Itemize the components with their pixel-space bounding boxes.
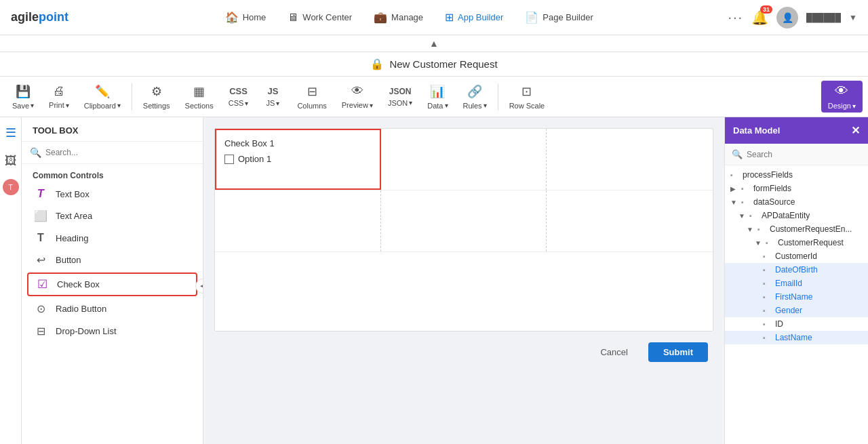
search-icon: 🔍 — [30, 147, 41, 158]
expand-icon[interactable]: ▼ — [755, 239, 763, 247]
dm-item-CustomerRequestEn[interactable]: ▼ ▪ CustomerRequestEn... — [725, 222, 868, 236]
toolbar-sections[interactable]: ▦ Sections — [178, 81, 220, 113]
canvas-actions: Cancel Submit — [214, 331, 713, 362]
expand-icon[interactable]: ▶ — [730, 185, 738, 193]
toolbar-clipboard[interactable]: ✏️ Clipboard ▾ — [77, 81, 127, 113]
expand-icon[interactable]: ▼ — [730, 199, 738, 206]
button-icon: ↩ — [33, 254, 49, 266]
toolbar-columns[interactable]: ⊟ Columns — [290, 81, 333, 113]
collapse-button[interactable]: ▲ — [429, 38, 439, 49]
toolbar-data[interactable]: 📊 Data ▾ — [420, 81, 454, 113]
dm-item-DateOfBirth[interactable]: ▪ DateOfBirth — [725, 263, 868, 277]
toolbar-print-label: Print — [49, 101, 64, 109]
nav-workcenter[interactable]: 🖥 Work Center — [278, 7, 361, 28]
dm-item-CustomerRequest[interactable]: ▼ ▪ CustomerRequest — [725, 236, 868, 249]
data-model-close-button[interactable]: ✕ — [851, 124, 860, 137]
expand-icon[interactable]: ▼ — [738, 212, 747, 220]
toolbar-json-label: JSON — [388, 99, 408, 107]
toolbar-css[interactable]: CSS CSS ▾ — [222, 83, 256, 110]
nav-appbuilder[interactable]: ⊞ App Builder — [435, 7, 513, 28]
toolbar-sections-label: Sections — [185, 102, 214, 110]
canvas-cell-1-3[interactable] — [547, 129, 713, 190]
toolbox-search-bar: 🔍 — [22, 142, 203, 164]
chevron-down-icon[interactable]: ▼ — [849, 13, 857, 22]
nav-home[interactable]: 🏠 Home — [216, 7, 276, 28]
dm-label-EmailId: EmailId — [775, 279, 802, 288]
toolbar-rowscale[interactable]: ⊡ Row Scale — [502, 81, 552, 113]
canvas-cell-1-1[interactable]: Check Box 1 Option 1 — [215, 129, 381, 190]
submit-button[interactable]: Submit — [648, 342, 708, 362]
toolbar-js[interactable]: JS JS ▾ — [256, 83, 289, 110]
toolbox-label-dropdown: Drop-Down List — [56, 326, 117, 336]
toolbar-save[interactable]: 💾 Save ▾ — [5, 81, 41, 113]
toolbar-separator-2 — [498, 83, 498, 110]
nav-pagebuilder-label: Page Builder — [542, 12, 593, 22]
toolbox-item-textarea[interactable]: ⬜ Text Area — [22, 205, 203, 227]
toolbox-item-dropdown[interactable]: ⊟ Drop-Down List — [22, 320, 203, 342]
toolbox-section-common-controls: Common Controls — [22, 164, 203, 183]
toolbar-json[interactable]: JSON JSON ▾ — [381, 84, 419, 110]
toolbar-print[interactable]: 🖨 Print ▾ — [42, 81, 76, 112]
top-nav: agilepoint 🏠 Home 🖥 Work Center 💼 Manage… — [0, 0, 868, 35]
canvas-cell-1-2[interactable] — [381, 129, 547, 190]
data-model-search-input[interactable] — [747, 150, 861, 159]
avatar[interactable]: 👤 — [776, 7, 798, 28]
cancel-button[interactable]: Cancel — [588, 342, 639, 362]
nav-manage[interactable]: 💼 Manage — [364, 7, 433, 28]
expand-icon[interactable]: ▼ — [747, 226, 755, 233]
side-nav-list-icon[interactable]: ☰ — [3, 123, 19, 143]
dm-item-ID[interactable]: ▪ ID — [725, 317, 868, 331]
toolbar-js-label: JS — [266, 99, 275, 107]
toolbox-item-button[interactable]: ↩ Button — [22, 249, 203, 271]
dm-item-APDataEntity[interactable]: ▼ ▪ APDataEntity — [725, 209, 868, 222]
dm-label-LastName: LastName — [775, 333, 812, 342]
logo-agile-text: agile — [11, 10, 39, 24]
toolbar-preview-label: Preview — [342, 101, 368, 109]
dm-label-FirstName: FirstName — [775, 292, 812, 302]
toolbar-rules[interactable]: 🔗 Rules ▾ — [456, 81, 494, 113]
dm-label-ID: ID — [775, 319, 783, 329]
toolbox-label-textarea: Text Area — [56, 211, 92, 221]
field-icon: ▪ — [741, 198, 751, 206]
data-model-tree: ▪ processFields ▶ ▪ formFields ▼ ▪ dataS… — [725, 165, 868, 444]
columns-icon: ⊟ — [307, 84, 317, 99]
nav-items: 🏠 Home 🖥 Work Center 💼 Manage ⊞ App Buil… — [90, 7, 728, 28]
dm-item-LastName[interactable]: ▪ LastName — [725, 331, 868, 344]
user-name: ██████ — [806, 13, 841, 22]
toolbox-item-checkbox[interactable]: ☑ Check Box — [27, 273, 197, 296]
toolbox-item-textbox[interactable]: T Text Box — [22, 183, 203, 205]
dm-item-Gender[interactable]: ▪ Gender — [725, 304, 868, 317]
nav-appbuilder-label: App Builder — [458, 12, 503, 22]
json-icon: JSON — [389, 87, 412, 96]
toolbox-search-input[interactable] — [45, 148, 195, 157]
dm-item-processFields[interactable]: ▪ processFields — [725, 168, 868, 182]
logo[interactable]: agilepoint — [11, 10, 68, 24]
dm-item-dataSource[interactable]: ▼ ▪ dataSource — [725, 195, 868, 209]
canvas-cell-2-3[interactable] — [547, 190, 713, 251]
canvas-cell-2-2[interactable] — [381, 190, 547, 251]
print-icon: 🖨 — [53, 84, 65, 98]
field-icon: ▪ — [763, 279, 772, 287]
toolbar-settings[interactable]: ⚙ Settings — [136, 81, 177, 113]
toolbox-item-heading[interactable]: T Heading — [22, 227, 203, 249]
side-nav-user-avatar[interactable]: T — [3, 179, 19, 195]
nav-pagebuilder[interactable]: 📄 Page Builder — [515, 7, 602, 28]
more-button[interactable]: ··· — [728, 9, 743, 25]
notification-button[interactable]: 🔔 31 — [751, 9, 768, 26]
dm-item-EmailId[interactable]: ▪ EmailId — [725, 277, 868, 290]
canvas-cell-2-1[interactable] — [215, 190, 381, 251]
chevron-down-icon: ▾ — [852, 102, 856, 110]
data-model-header: Data Model ✕ — [725, 117, 868, 144]
dm-item-formFields[interactable]: ▶ ▪ formFields — [725, 182, 868, 195]
toolbar-design[interactable]: 👁 Design ▾ — [821, 81, 863, 113]
field-icon: ▪ — [763, 293, 772, 301]
chevron-down-icon: ▾ — [409, 99, 412, 106]
side-nav-image-icon[interactable]: 🖼 — [2, 151, 20, 171]
toolbox-item-radiobutton[interactable]: ⊙ Radio Button — [22, 298, 203, 320]
toolbar-preview[interactable]: 👁 Preview ▾ — [335, 81, 380, 112]
field-icon: ▪ — [757, 225, 767, 233]
dm-item-CustomerId[interactable]: ▪ CustomerId — [725, 249, 868, 263]
field-icon: ▪ — [730, 171, 740, 179]
dm-item-FirstName[interactable]: ▪ FirstName — [725, 290, 868, 304]
sections-icon: ▦ — [193, 84, 205, 99]
